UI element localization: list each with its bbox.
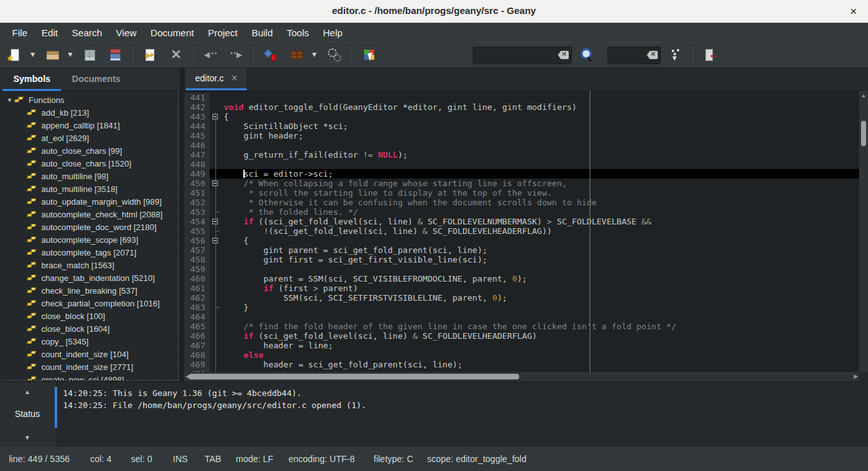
tab-scroll-down-icon[interactable]: ▼ — [0, 434, 55, 441]
code-line[interactable]: 442void editor_toggle_fold(GeanyEditor *… — [184, 102, 859, 112]
menu-edit[interactable]: Edit — [34, 24, 65, 41]
tab-close-icon[interactable]: × — [231, 74, 237, 83]
goto-line-jump-button[interactable] — [663, 44, 688, 66]
code-line[interactable]: 469 header = sci_get_fold_parent(sci, li… — [184, 360, 859, 369]
tree-item[interactable]: close_block [100] — [2, 310, 178, 322]
sidebar-tab-symbols[interactable]: Symbols — [3, 68, 61, 91]
code-editor[interactable]: 441442void editor_toggle_fold(GeanyEdito… — [184, 91, 868, 372]
tree-root-functions[interactable]: ▾Functions — [2, 93, 178, 106]
fold-margin[interactable] — [210, 179, 222, 188]
sidebar-splitter[interactable] — [180, 68, 184, 381]
tree-item[interactable]: auto_close_chars [99] — [2, 144, 178, 157]
code-line[interactable]: 462 SSM(sci, SCI_SETFIRSTVISIBLELINE, pa… — [184, 293, 859, 303]
build-dropdown-button[interactable] — [310, 44, 321, 66]
code-line[interactable]: 468 else — [184, 350, 859, 360]
tree-item[interactable]: auto_close_chars [1520] — [2, 157, 178, 170]
code-line[interactable]: 456 { — [184, 236, 859, 245]
fold-toggle-icon[interactable] — [212, 114, 218, 119]
open-file-button[interactable] — [41, 44, 65, 66]
code-line[interactable]: 445 gint header; — [184, 131, 859, 140]
clear-entry-icon[interactable] — [647, 51, 658, 59]
menu-project[interactable]: Project — [201, 24, 245, 41]
code-line[interactable]: 449 sci = editor->sci; — [184, 169, 859, 179]
code-line[interactable]: 450 /* When collapsing a fold range whos… — [184, 179, 859, 188]
code-line[interactable]: 455 !(sci_get_fold_level(sci, line) & SC… — [184, 226, 859, 236]
tree-item[interactable]: count_indent_size [104] — [2, 348, 178, 360]
menu-tools[interactable]: Tools — [280, 24, 316, 41]
fold-toggle-icon[interactable] — [212, 181, 218, 186]
sidebar-tab-documents[interactable]: Documents — [61, 68, 131, 91]
tab-scroll-up-icon[interactable]: ▲ — [0, 388, 55, 395]
navigate-forward-button[interactable] — [224, 44, 248, 66]
code-line[interactable]: 452 * Otherwise it can be confusing when… — [184, 198, 859, 207]
code-line[interactable]: 443{ — [184, 112, 859, 121]
code-line[interactable]: 451 * scroll the starting line to displa… — [184, 188, 859, 198]
tree-item[interactable]: create_new_sci [4898] — [2, 373, 178, 381]
save-all-button[interactable] — [104, 44, 128, 66]
tree-item[interactable]: check_partial_completion [1016] — [2, 297, 178, 310]
horizontal-scrollbar-thumb[interactable] — [189, 374, 519, 379]
code-line[interactable]: 467 header = line; — [184, 341, 859, 350]
tree-item[interactable]: auto_multiline [98] — [2, 170, 178, 182]
code-line[interactable]: 441 — [184, 93, 859, 102]
fold-margin[interactable] — [210, 112, 222, 121]
tab-editor-c[interactable]: editor.c × — [186, 68, 247, 90]
tree-item[interactable]: brace_match [1563] — [2, 259, 178, 271]
tree-item[interactable]: count_indent_size [2771] — [2, 360, 178, 373]
clear-entry-icon[interactable] — [558, 51, 569, 59]
color-chooser-button[interactable] — [357, 44, 381, 66]
code-line[interactable]: 464 — [184, 312, 859, 322]
tree-item[interactable]: autocomplete_check_html [2088] — [2, 208, 178, 221]
code-line[interactable]: 459 — [184, 264, 859, 274]
navigate-back-button[interactable] — [199, 44, 223, 66]
code-line[interactable]: 460 parent = SSM(sci, SCI_VISIBLEFROMDOC… — [184, 274, 859, 283]
code-line[interactable]: 447 g_return_if_fail(editor != NULL); — [184, 150, 859, 160]
tree-item[interactable]: autocomplete_doc_word [2180] — [2, 221, 178, 233]
code-line[interactable]: 457 gint parent = sci_get_fold_parent(sc… — [184, 245, 859, 255]
tree-item[interactable]: copy_ [5345] — [2, 335, 178, 348]
close-document-button[interactable] — [164, 44, 188, 66]
code-line[interactable]: 465 /* find the fold header of the given… — [184, 322, 859, 331]
menu-build[interactable]: Build — [245, 24, 280, 41]
search-button[interactable] — [574, 44, 599, 66]
tree-item[interactable]: autocomplete_scope [693] — [2, 233, 178, 246]
tree-item[interactable]: autocomplete_tags [2071] — [2, 246, 178, 259]
menu-help[interactable]: Help — [316, 24, 349, 41]
code-line[interactable]: 466 if (sci_get_fold_level(sci, line) & … — [184, 331, 859, 341]
fold-toggle-icon[interactable] — [212, 219, 218, 224]
symbols-tree[interactable]: ▾Functionsadd_kb [213]append_calltip [18… — [2, 91, 179, 381]
goto-line-entry[interactable] — [607, 46, 661, 64]
new-file-button[interactable] — [3, 44, 27, 66]
fold-toggle-icon[interactable] — [212, 238, 218, 243]
tree-item[interactable]: check_line_breaking [537] — [2, 284, 178, 297]
menu-search[interactable]: Search — [65, 24, 109, 41]
scroll-right-icon[interactable]: ▶ — [851, 373, 860, 379]
horizontal-scrollbar[interactable]: ◀ ▶ — [184, 372, 859, 381]
fold-margin[interactable] — [210, 217, 222, 226]
vertical-scrollbar[interactable]: ▲ ▼ — [859, 91, 868, 372]
new-file-dropdown-button[interactable] — [29, 44, 39, 66]
code-line[interactable]: 444 ScintillaObject *sci; — [184, 121, 859, 131]
code-line[interactable]: 461 if (first > parent) — [184, 283, 859, 293]
open-file-dropdown-button[interactable] — [66, 44, 77, 66]
vertical-scrollbar-thumb[interactable] — [861, 121, 866, 146]
menu-view[interactable]: View — [109, 24, 144, 41]
compile-button[interactable] — [259, 44, 283, 66]
save-button[interactable] — [78, 44, 102, 66]
code-line[interactable]: 448 — [184, 160, 859, 169]
tree-item[interactable]: close_block [1604] — [2, 322, 178, 335]
window-close-icon[interactable]: × — [845, 3, 862, 20]
tab-status[interactable]: Status — [0, 409, 55, 419]
code-line[interactable]: 463 } — [184, 303, 859, 312]
tree-item[interactable]: add_kb [213] — [2, 106, 178, 119]
quit-button[interactable] — [698, 44, 722, 66]
fold-margin[interactable] — [210, 236, 222, 245]
build-button[interactable] — [285, 44, 309, 66]
tree-item[interactable]: at_eol [2629] — [2, 132, 178, 144]
tree-item[interactable]: change_tab_indentation [5210] — [2, 271, 178, 284]
code-line[interactable]: 446 — [184, 140, 859, 150]
menu-document[interactable]: Document — [144, 24, 201, 41]
tree-item[interactable]: auto_multiline [3518] — [2, 182, 178, 195]
execute-button[interactable] — [322, 44, 346, 66]
search-entry[interactable] — [473, 46, 572, 64]
